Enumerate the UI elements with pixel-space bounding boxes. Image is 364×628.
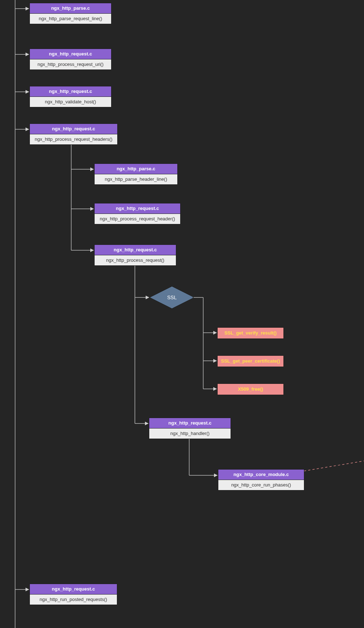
node-body: ngx_http_handler() <box>149 428 231 439</box>
node-body: ngx_http_parse_request_line() <box>29 13 112 24</box>
node-body: ngx_http_process_request_uri() <box>29 59 112 70</box>
node-header: ngx_http_request.c <box>149 418 231 428</box>
node-x509-free[interactable]: X509_free() <box>217 383 284 395</box>
node-header: ngx_http_request.c <box>94 203 181 214</box>
node-ngx-http-parse-request-line[interactable]: ngx_http_parse.c ngx_http_parse_request_… <box>29 3 112 24</box>
node-header: ngx_http_request.c <box>29 86 112 97</box>
node-header: ngx_http_request.c <box>29 49 112 59</box>
node-ngx-http-handler[interactable]: ngx_http_request.c ngx_http_handler() <box>149 418 231 439</box>
node-ngx-http-validate-host[interactable]: ngx_http_request.c ngx_http_validate_hos… <box>29 86 112 107</box>
node-ngx-http-process-request-headers[interactable]: ngx_http_request.c ngx_http_process_requ… <box>29 124 118 145</box>
node-ssl-get-verify-result[interactable]: SSL_get_verify_result() <box>217 327 284 339</box>
node-body: ngx_http_core_run_phases() <box>218 480 304 490</box>
node-ssl-get-peer-certificate[interactable]: SSL_get_peer_certificate() <box>217 355 284 367</box>
node-ngx-http-core-run-phases[interactable]: ngx_http_core_module.c ngx_http_core_run… <box>218 469 304 490</box>
node-ngx-http-process-request-uri[interactable]: ngx_http_request.c ngx_http_process_requ… <box>29 49 112 70</box>
node-ngx-http-run-posted-requests[interactable]: ngx_http_request.c ngx_http_run_posted_r… <box>29 584 117 605</box>
node-header: ngx_http_parse.c <box>94 163 178 174</box>
node-body: ngx_http_run_posted_requests() <box>29 594 117 605</box>
node-body: ngx_http_validate_host() <box>29 97 112 107</box>
node-ngx-http-process-request[interactable]: ngx_http_request.c ngx_http_process_requ… <box>94 245 176 266</box>
node-body: ngx_http_process_request() <box>94 255 176 266</box>
node-header: ngx_http_request.c <box>94 245 176 255</box>
node-body: ngx_http_process_request_headers() <box>29 134 118 145</box>
node-body: ngx_http_process_request_header() <box>94 214 181 224</box>
flow-canvas: ngx_http_parse.c ngx_http_parse_request_… <box>0 0 364 628</box>
node-ngx-http-process-request-header[interactable]: ngx_http_request.c ngx_http_process_requ… <box>94 203 181 224</box>
node-ngx-http-parse-header-line[interactable]: ngx_http_parse.c ngx_http_parse_header_l… <box>94 163 178 185</box>
decision-ssl-label: SSL <box>150 295 194 300</box>
node-body: ngx_http_parse_header_line() <box>94 174 178 185</box>
node-header: ngx_http_core_module.c <box>218 469 304 480</box>
node-header: ngx_http_request.c <box>29 124 118 134</box>
node-header: ngx_http_request.c <box>29 584 117 594</box>
svg-line-6 <box>304 461 364 471</box>
node-header: ngx_http_parse.c <box>29 3 112 13</box>
